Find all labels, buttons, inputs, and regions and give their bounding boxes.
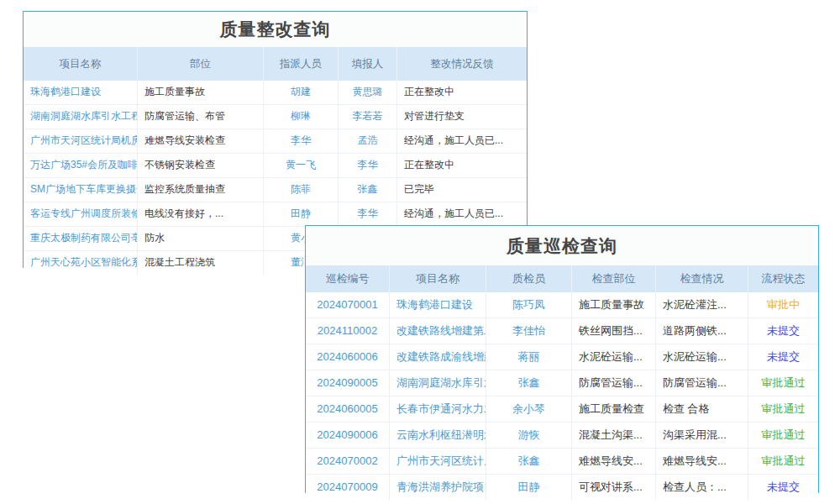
project-name-cell[interactable]: 重庆太极制药有限公司亳州 bbox=[24, 227, 138, 250]
inspection-result-cell: 水泥砼运输... bbox=[656, 344, 748, 370]
table-header-row: 巡检编号 项目名称 质检员 检查部位 检查情况 流程状态 bbox=[306, 265, 818, 292]
part-cell: 监控系统质量抽查 bbox=[138, 178, 264, 202]
assignee-cell[interactable]: 田静 bbox=[264, 202, 339, 226]
feedback-cell: 已完毕 bbox=[397, 178, 527, 202]
inspection-part-cell: 防腐管运输... bbox=[572, 370, 656, 396]
window-title: 质量整改查询 bbox=[24, 12, 527, 47]
feedback-cell: 正在整改中 bbox=[397, 154, 527, 177]
inspector-cell[interactable]: 游恢 bbox=[486, 423, 572, 448]
assignee-cell[interactable]: 柳琳 bbox=[264, 105, 339, 129]
table-row[interactable]: 2024070009 青海洪湖养护院项目 田静 可视对讲系... 检查人员：..… bbox=[306, 475, 818, 500]
reporter-cell[interactable]: 张鑫 bbox=[339, 178, 397, 202]
part-cell: 混凝土工程浇筑 bbox=[138, 251, 264, 275]
column-header-status: 流程状态 bbox=[748, 265, 818, 292]
inspector-cell[interactable]: 张鑫 bbox=[486, 370, 572, 396]
assignee-cell[interactable]: 黄一飞 bbox=[264, 154, 339, 177]
status-cell: 审批中 bbox=[748, 292, 818, 318]
project-name-cell[interactable]: 改建铁路成渝线增建 bbox=[390, 344, 486, 370]
inspection-id-cell[interactable]: 2024070001 bbox=[306, 292, 390, 318]
status-cell: 未提交 bbox=[748, 318, 818, 344]
column-header-project: 项目名称 bbox=[390, 265, 486, 292]
project-name-cell[interactable]: 改建铁路线增建第二 bbox=[390, 318, 486, 344]
column-header-inspector: 质检员 bbox=[486, 265, 572, 292]
status-cell: 未提交 bbox=[748, 475, 818, 500]
project-name-cell[interactable]: 广州市天河区统计局机房改造 bbox=[24, 129, 138, 153]
assignee-cell[interactable]: 陈菲 bbox=[264, 178, 339, 202]
inspection-result-cell: 沟渠采用混... bbox=[656, 423, 748, 448]
table-row[interactable]: 2024070001 珠海鹤港口建设 陈巧凤 施工质量事故 水泥砼灌注... 审… bbox=[306, 292, 818, 318]
inspection-result-cell: 防腐管运输... bbox=[656, 370, 748, 396]
column-header-reporter: 填报人 bbox=[339, 47, 397, 81]
column-header-part: 部位 bbox=[138, 47, 264, 81]
reporter-cell[interactable]: 李若若 bbox=[339, 105, 397, 129]
table-row[interactable]: 2024070002 广州市天河区统计局 张鑫 难燃导线安... 难燃导线安..… bbox=[306, 449, 818, 475]
inspector-cell[interactable]: 李佳怡 bbox=[486, 318, 572, 344]
status-cell: 审批通过 bbox=[748, 396, 818, 422]
assignee-cell[interactable]: 胡建 bbox=[264, 81, 339, 104]
inspection-part-cell: 铁丝网围挡... bbox=[572, 318, 656, 344]
status-cell: 审批通过 bbox=[748, 423, 818, 448]
project-name-cell[interactable]: 青海洪湖养护院项目 bbox=[390, 475, 486, 500]
window-title: 质量巡检查询 bbox=[306, 226, 818, 265]
inspection-result-cell: 检查 合格 bbox=[656, 396, 748, 422]
project-name-cell[interactable]: 广州天心苑小区智能化系统 bbox=[24, 251, 138, 275]
inspector-cell[interactable]: 陈巧凤 bbox=[486, 292, 572, 318]
table-row[interactable]: 2024110002 改建铁路线增建第二 李佳怡 铁丝网围挡... 道路两侧铁.… bbox=[306, 318, 818, 344]
status-cell: 审批通过 bbox=[748, 449, 818, 474]
project-name-cell[interactable]: SM广场地下车库更换摄像机 bbox=[24, 178, 138, 202]
reporter-cell[interactable]: 李华 bbox=[339, 154, 397, 177]
inspection-id-cell[interactable]: 2024060005 bbox=[306, 396, 390, 422]
feedback-cell: 对管进行垫支 bbox=[397, 105, 527, 129]
inspection-part-cell: 施工质量事故 bbox=[572, 292, 656, 318]
inspector-cell[interactable]: 余小琴 bbox=[486, 396, 572, 422]
table-row[interactable]: 万达广场35#会所及咖啡厅装 不锈钢安装检查 黄一飞 李华 正在整改中 bbox=[24, 154, 527, 178]
inspection-part-cell: 难燃导线安... bbox=[572, 449, 656, 474]
inspector-cell[interactable]: 张鑫 bbox=[486, 449, 572, 474]
inspection-result-cell: 水泥砼灌注... bbox=[656, 292, 748, 318]
part-cell: 施工质量事故 bbox=[138, 81, 264, 104]
part-cell: 难燃导线安装检查 bbox=[138, 129, 264, 153]
reporter-cell[interactable]: 李华 bbox=[339, 202, 397, 226]
inspection-part-cell: 可视对讲系... bbox=[572, 475, 656, 500]
table-row[interactable]: SM广场地下车库更换摄像机 监控系统质量抽查 陈菲 张鑫 已完毕 bbox=[24, 178, 527, 202]
table-row[interactable]: 2024060006 改建铁路成渝线增建 蒋丽 水泥砼运输... 水泥砼运输..… bbox=[306, 344, 818, 370]
inspection-id-cell[interactable]: 2024110002 bbox=[306, 318, 390, 344]
project-name-cell[interactable]: 珠海鹤港口建设 bbox=[24, 81, 138, 104]
assignee-cell[interactable]: 李华 bbox=[264, 129, 339, 153]
project-name-cell[interactable]: 湖南洞庭湖水库引水 bbox=[390, 370, 486, 396]
project-name-cell[interactable]: 万达广场35#会所及咖啡厅装 bbox=[24, 154, 138, 177]
table-row[interactable]: 湖南洞庭湖水库引水工程施工 防腐管运输、布管 柳琳 李若若 对管进行垫支 bbox=[24, 105, 527, 129]
table-row[interactable]: 广州市天河区统计局机房改造 难燃导线安装检查 李华 孟浩 经沟通，施工人员已..… bbox=[24, 129, 527, 154]
inspection-id-cell[interactable]: 2024090005 bbox=[306, 370, 390, 396]
table-row[interactable]: 2024090005 湖南洞庭湖水库引水 张鑫 防腐管运输... 防腐管运输..… bbox=[306, 370, 818, 396]
project-name-cell[interactable]: 湖南洞庭湖水库引水工程施工 bbox=[24, 105, 138, 129]
inspection-id-cell[interactable]: 2024070002 bbox=[306, 449, 390, 474]
table-row[interactable]: 客运专线广州调度所装修项目 电线没有接好，... 田静 李华 经沟通，施工人员已… bbox=[24, 202, 527, 227]
inspection-id-cell[interactable]: 2024090006 bbox=[306, 423, 390, 448]
inspection-id-cell[interactable]: 2024060006 bbox=[306, 344, 390, 370]
column-header-project: 项目名称 bbox=[24, 47, 138, 81]
feedback-cell: 经沟通，施工人员已... bbox=[397, 202, 527, 226]
inspector-cell[interactable]: 田静 bbox=[486, 475, 572, 500]
reporter-cell[interactable]: 孟浩 bbox=[339, 129, 397, 153]
part-cell: 不锈钢安装检查 bbox=[138, 154, 264, 177]
inspection-part-cell: 施工质量检查 bbox=[572, 396, 656, 422]
inspection-part-cell: 混凝土沟渠... bbox=[572, 423, 656, 448]
table-row[interactable]: 2024090006 云南水利枢纽潜明水 游恢 混凝土沟渠... 沟渠采用混..… bbox=[306, 423, 818, 449]
project-name-cell[interactable]: 云南水利枢纽潜明水 bbox=[390, 423, 486, 448]
project-name-cell[interactable]: 珠海鹤港口建设 bbox=[390, 292, 486, 318]
table-row[interactable]: 2024060005 长春市伊通河水力发 余小琴 施工质量检查 检查 合格 审批… bbox=[306, 396, 818, 423]
part-cell: 防水 bbox=[138, 227, 264, 250]
inspection-result-cell: 难燃导线安... bbox=[656, 449, 748, 474]
project-name-cell[interactable]: 客运专线广州调度所装修项目 bbox=[24, 202, 138, 226]
project-name-cell[interactable]: 长春市伊通河水力发 bbox=[390, 396, 486, 422]
reporter-cell[interactable]: 黄思璐 bbox=[339, 81, 397, 104]
feedback-cell: 正在整改中 bbox=[397, 81, 527, 104]
project-name-cell[interactable]: 广州市天河区统计局 bbox=[390, 449, 486, 474]
inspection-id-cell[interactable]: 2024070009 bbox=[306, 475, 390, 500]
table-row[interactable]: 珠海鹤港口建设 施工质量事故 胡建 黄思璐 正在整改中 bbox=[24, 81, 527, 105]
status-cell: 审批通过 bbox=[748, 370, 818, 396]
inspection-query-window: 质量巡检查询 巡检编号 项目名称 质检员 检查部位 检查情况 流程状态 2024… bbox=[305, 225, 819, 493]
inspector-cell[interactable]: 蒋丽 bbox=[486, 344, 572, 370]
table-header-row: 项目名称 部位 指派人员 填报人 整改情况反馈 bbox=[24, 47, 527, 81]
